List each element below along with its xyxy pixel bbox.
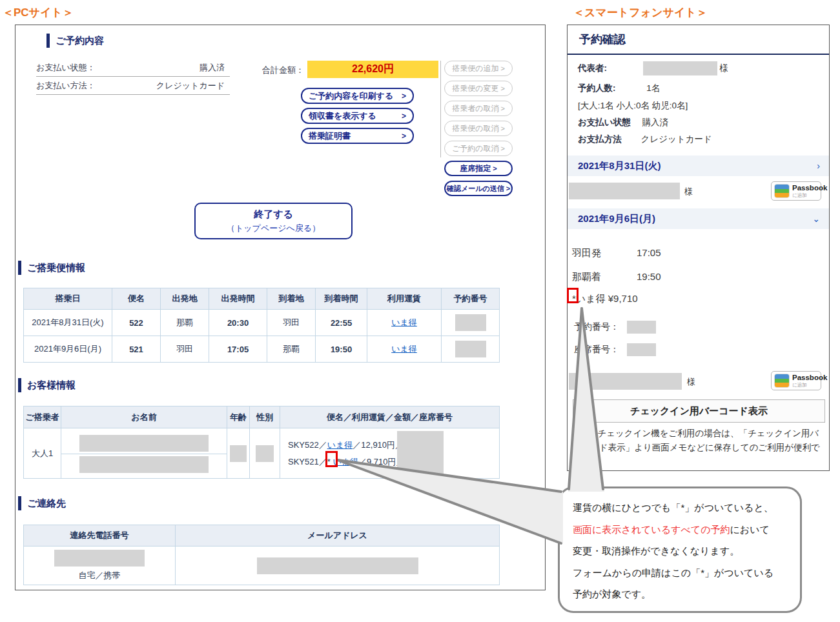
cancel-reservation-label: ご予約の取消 [452, 143, 499, 154]
finish-button-label: 終了する [254, 208, 293, 221]
passbook-label: Passbook [792, 185, 827, 192]
redacted-name-kana [79, 456, 209, 473]
col-gender: 性別 [250, 406, 280, 428]
chevron-down-icon: ⌄ [812, 214, 820, 224]
sp-date1-label: 2021年8月31日(火) [578, 160, 661, 172]
sp-date-accordion-aug31[interactable]: 2021年8月31日(火) › [568, 156, 829, 176]
screenshot-stage: ＜PCサイト＞ ＜スマートフォンサイト＞ ご予約内容 お支払い状態： 購入済 お… [0, 0, 840, 622]
redacted-email [257, 557, 418, 574]
flight-origin: 那覇 [161, 310, 209, 336]
add-to-passbook-button[interactable]: Passbookに追加 [771, 371, 821, 390]
finish-button[interactable]: 終了する （トップページへ戻る） [194, 203, 353, 239]
boarding-certificate-label: 搭乗証明書 [309, 130, 351, 142]
add-flight-label: 搭乗便の追加 [452, 63, 498, 74]
flight-dep-time: 20:30 [209, 310, 267, 336]
boarding-certificate-button[interactable]: 搭乗証明書 > [301, 128, 414, 144]
fare-link[interactable]: いま得 [327, 440, 353, 450]
sp-page-title: 予約確認 [579, 32, 626, 47]
pc-site-label: ＜PCサイト＞ [3, 5, 74, 20]
cancel-reservation-button[interactable]: ご予約の取消> [444, 141, 513, 156]
show-receipt-button[interactable]: 領収書を表示する > [301, 108, 414, 124]
chevron-right-icon: > [500, 85, 504, 92]
section-accent-bar [18, 261, 21, 275]
change-flight-button[interactable]: 搭乗便の変更> [444, 81, 513, 96]
passbook-sublabel: に追加 [792, 193, 827, 198]
chevron-right-icon: › [817, 161, 820, 171]
flight-dep-time: 17:05 [209, 336, 267, 363]
sp-departure-row: 羽田発 17:05 [572, 247, 601, 259]
payment-status-label: お支払い状態： [36, 62, 96, 74]
col-boarding-date: 搭乗日 [24, 288, 112, 310]
chevron-right-icon: > [493, 165, 497, 172]
sp-date2-label: 2021年9月6日(月) [578, 213, 655, 225]
sp-date-accordion-sep6[interactable]: 2021年9月6日(月) ⌄ [568, 208, 829, 229]
payment-status-row: お支払い状態： 購入済 [36, 59, 230, 77]
section-accent-bar [46, 34, 50, 48]
contact-row: 自宅／携帯 [24, 547, 500, 585]
sp-title-underline [568, 54, 829, 55]
send-confirmation-mail-label: 確認メールの送信 [447, 184, 504, 194]
sp-party-count-value: 1名 [646, 83, 660, 93]
checkin-barcode-button[interactable]: チェックイン用バーコード表示 [573, 399, 825, 423]
flight-destination: 羽田 [267, 310, 316, 336]
fare-link[interactable]: いま得 [391, 344, 417, 354]
col-name: お名前 [61, 406, 227, 428]
sp-seat-number-row: 座席番号： [574, 343, 656, 356]
fare-link[interactable]: いま得 [391, 317, 417, 327]
seat-assignment-button[interactable]: 座席指定> [444, 161, 513, 176]
segment-line-1: SKY522／いま得／12,910円／ [288, 437, 499, 454]
segment2-prefix: SKY521／ [288, 457, 327, 466]
segment-lines: SKY522／いま得／12,910円／ SKY521／* いま得／9,710円／ [280, 437, 499, 470]
cancel-flight-button[interactable]: 搭乗便の取消> [444, 121, 513, 136]
flight-arr-time: 19:50 [316, 336, 367, 363]
flight-date: 2021年8月31日(火) [24, 310, 112, 336]
chevron-right-icon: > [501, 145, 505, 152]
redacted-booking-number [455, 341, 486, 357]
passenger-type: 大人1 [24, 428, 61, 479]
section-customer-info: お客様情報 [18, 378, 76, 392]
redacted-age [230, 445, 247, 462]
add-flight-button[interactable]: 搭乗便の追加> [444, 61, 513, 76]
cancel-passenger-button[interactable]: 搭乗者の取消> [444, 101, 513, 116]
sp-payment-method-value: クレジットカード [641, 134, 712, 144]
redacted-representative-name [643, 61, 717, 75]
passbook-icon [774, 374, 790, 388]
contact-table: 連絡先電話番号 メールアドレス 自宅／携帯 [23, 525, 500, 585]
flight-arr-time: 22:55 [316, 310, 367, 336]
col-flight-no: 便名 [112, 288, 161, 310]
add-to-passbook-button[interactable]: Passbookに追加 [771, 181, 821, 201]
flight-row: 2021年8月31日(火) 522 那覇 20:30 羽田 22:55 いま得 [24, 310, 500, 336]
section-flight-info: ご搭乗便情報 [18, 261, 85, 275]
show-receipt-label: 領収書を表示する [309, 110, 376, 122]
checkin-barcode-label: チェックイン用バーコード表示 [630, 405, 768, 417]
flight-destination: 那覇 [267, 336, 316, 363]
passenger-name-cell [61, 428, 227, 479]
col-origin: 出発地 [161, 288, 209, 310]
redacted-seat-numbers [397, 431, 444, 476]
customer-row: 大人1 SKY522／いま得／12,910円／ SKY521／* いま得／9,7… [24, 428, 500, 479]
highlight-box-sp-asterisk [567, 288, 579, 303]
send-confirmation-mail-button[interactable]: 確認メールの送信> [444, 181, 513, 196]
col-flight-fare-amount-seat: 便名／利用運賃／金額／座席番号 [280, 406, 500, 428]
sp-honorific: 様 [687, 376, 695, 388]
redacted-booking-number [627, 321, 656, 334]
total-amount-value: 22,620円 [352, 63, 394, 76]
annotation-line-1: 運賃の横にひとつでも「*」がついていると、 [573, 497, 800, 519]
annotation-red-text: 画面に表示されているすべての予約 [573, 524, 730, 535]
flight-origin: 羽田 [161, 336, 209, 363]
flight-date: 2021年9月6日(月) [24, 336, 112, 363]
change-flight-label: 搭乗便の変更 [452, 83, 498, 94]
name-cell-divider [61, 454, 227, 454]
print-reservation-button[interactable]: ご予約内容を印刷する > [301, 88, 414, 104]
pc-site-panel: ご予約内容 お支払い状態： 購入済 お支払い方法： クレジットカード 合計金額：… [15, 25, 546, 590]
annotation-line-4: フォームからの申請はこの「*」がついている [573, 562, 800, 584]
col-passenger: ご搭乗者 [24, 406, 61, 428]
col-destination: 到着地 [267, 288, 316, 310]
passbook-icon [774, 184, 790, 198]
redacted-seat-number [627, 343, 656, 356]
sp-party-count-row: 予約人数: 1名 [578, 83, 660, 94]
section-title: ご搭乗便情報 [27, 262, 85, 274]
chevron-right-icon: > [500, 105, 504, 112]
col-booking-no: 予約番号 [442, 288, 500, 310]
flight-row: 2021年9月6日(月) 521 羽田 17:05 那覇 19:50 いま得 [24, 336, 500, 363]
